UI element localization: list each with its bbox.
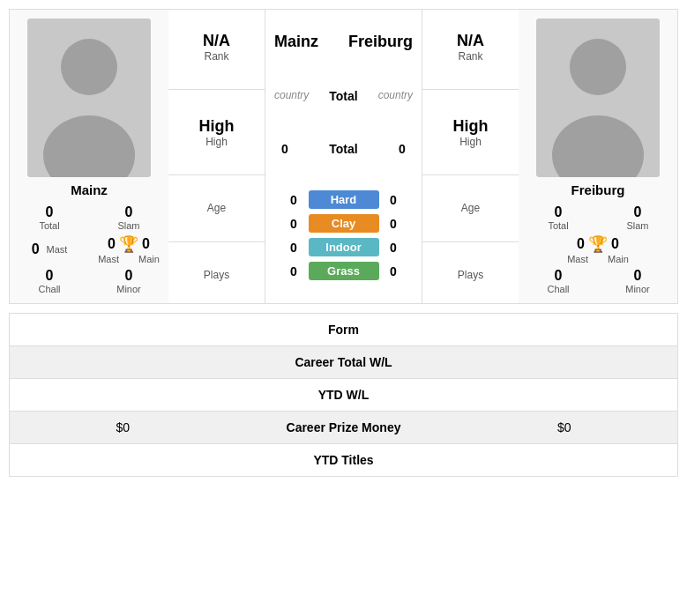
surface-right-val-3: 0: [383, 264, 404, 278]
total-right-val: 0: [392, 142, 413, 156]
right-high: High High: [422, 110, 519, 155]
right-avatar: [536, 19, 660, 177]
right-total: 0 Total: [523, 204, 594, 231]
left-player-card: Mainz 0 Total 0 Slam 0 Mast 0 🏆: [10, 10, 168, 303]
bottom-stats-section: Form Career Total W/L YTD W/L $0 Career …: [9, 313, 678, 477]
left-avatar: [27, 19, 151, 177]
bottom-row-label-0: Form: [130, 323, 557, 337]
right-trophy-icon: 🏆: [588, 234, 608, 254]
surface-badge-clay: Clay: [309, 214, 379, 233]
right-player-name: Freiburg: [571, 182, 625, 197]
bottom-row-4: YTD Titles: [10, 444, 677, 476]
right-country: country: [378, 89, 413, 103]
bottom-row-label-1: Career Total W/L: [130, 355, 557, 369]
left-rank: N/A Rank: [168, 25, 265, 70]
right-rank: N/A Rank: [422, 25, 519, 70]
right-minor: 0 Minor: [602, 268, 673, 294]
right-mast-main: 0 🏆 0 Mast Main: [523, 234, 673, 264]
center-surfaces-panel: Mainz Freiburg country Total country 0 T…: [265, 10, 422, 303]
surface-left-val-2: 0: [283, 241, 304, 255]
right-detail-panel: N/A Rank High High Age Plays: [422, 10, 519, 303]
surface-badge-grass: Grass: [309, 262, 379, 280]
left-age: Age: [168, 195, 265, 221]
left-plays: Plays: [168, 262, 265, 288]
center-right-name: Freiburg: [348, 33, 413, 51]
left-main: 0 🏆 0 Mast Main: [93, 234, 164, 264]
svg-point-1: [61, 39, 117, 95]
bottom-row-label-2: YTD W/L: [130, 388, 557, 402]
right-slam: 0 Slam: [602, 204, 673, 231]
surface-row-indoor: 0 Indoor 0: [274, 238, 413, 256]
surface-left-val-1: 0: [283, 217, 304, 231]
surface-row-clay: 0 Clay 0: [274, 214, 413, 233]
surface-left-val-0: 0: [283, 193, 304, 207]
left-chall: 0 Chall: [14, 268, 85, 294]
left-trophy-icon: 🏆: [119, 234, 138, 254]
right-chall: 0 Chall: [523, 268, 594, 294]
left-slam: 0 Slam: [93, 204, 164, 231]
left-player-name: Mainz: [71, 182, 108, 197]
surface-row-hard: 0 Hard 0: [274, 190, 413, 209]
left-minor: 0 Minor: [93, 268, 164, 294]
surface-left-val-3: 0: [283, 264, 304, 278]
bottom-left-val-3: $0: [24, 420, 130, 434]
total-left-val: 0: [274, 142, 295, 156]
bottom-row-0: Form: [10, 314, 677, 346]
surface-badge-indoor: Indoor: [309, 238, 379, 256]
player-comparison: Mainz 0 Total 0 Slam 0 Mast 0 🏆: [9, 9, 678, 304]
surface-row-grass: 0 Grass 0: [274, 262, 413, 280]
bottom-row-3: $0 Career Prize Money $0: [10, 412, 677, 444]
surface-rows: 0 Hard 0 0 Clay 0 0 Indoor 0 0 Grass 0: [265, 190, 422, 280]
center-total-label: Total: [329, 89, 357, 103]
bottom-row-2: YTD W/L: [10, 379, 677, 412]
right-stats-grid: 0 Total 0 Slam 0 🏆 0 Mast Main: [523, 204, 673, 294]
main-container: Mainz 0 Total 0 Slam 0 Mast 0 🏆: [0, 0, 687, 486]
center-left-name: Mainz: [274, 33, 318, 51]
surface-right-val-2: 0: [383, 241, 404, 255]
surface-right-val-1: 0: [383, 217, 404, 231]
right-plays: Plays: [422, 262, 519, 288]
left-detail-panel: N/A Rank High High Age Plays: [168, 10, 265, 303]
surface-badge-hard: Hard: [309, 190, 379, 209]
left-mast: 0 Mast: [14, 234, 85, 264]
bottom-row-label-4: YTD Titles: [130, 453, 557, 467]
left-country: country: [274, 89, 309, 103]
right-age: Age: [422, 195, 519, 221]
surface-right-val-0: 0: [383, 193, 404, 207]
total-center-label: Total: [329, 142, 357, 156]
bottom-right-val-3: $0: [557, 420, 663, 434]
left-high: High High: [168, 110, 265, 155]
left-stats-grid: 0 Total 0 Slam 0 Mast 0 🏆 0: [14, 204, 164, 294]
svg-point-4: [570, 39, 626, 95]
left-total: 0 Total: [14, 204, 85, 231]
bottom-row-1: Career Total W/L: [10, 346, 677, 379]
total-row: 0 Total 0: [265, 142, 422, 156]
right-player-card: Freiburg 0 Total 0 Slam 0 🏆 0: [519, 10, 677, 303]
bottom-row-label-3: Career Prize Money: [130, 420, 557, 434]
